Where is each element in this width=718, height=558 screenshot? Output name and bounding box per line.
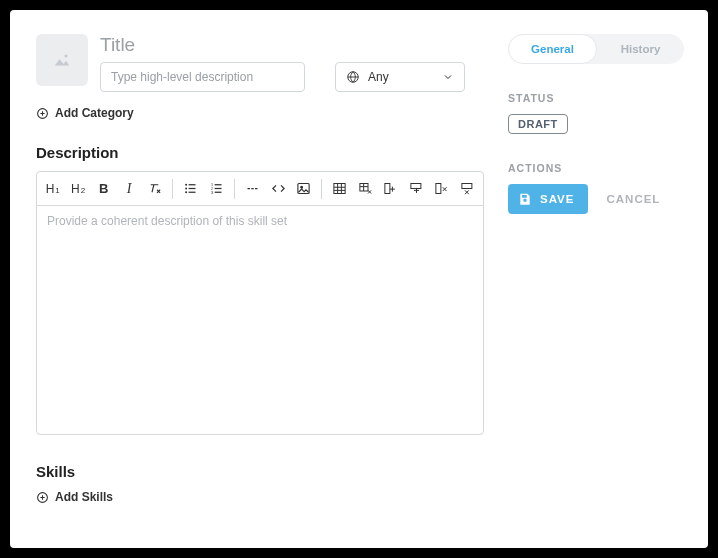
skills-section: Skills Add Skills: [36, 463, 484, 504]
delete-column-button[interactable]: [430, 176, 453, 202]
image-insert-icon: [296, 181, 311, 196]
svg-rect-11: [214, 192, 221, 193]
table-button[interactable]: [328, 176, 351, 202]
language-select[interactable]: Any: [335, 62, 465, 92]
add-row-button[interactable]: [405, 176, 428, 202]
language-value: Any: [368, 70, 389, 84]
toolbar-separator: [321, 179, 322, 199]
table-icon: [332, 181, 347, 196]
delete-table-icon: [358, 181, 373, 196]
add-skills-button[interactable]: Add Skills: [36, 490, 484, 504]
subtitle-input[interactable]: [100, 62, 305, 92]
editor-textarea[interactable]: Provide a coherent description of this s…: [37, 206, 483, 434]
add-category-label: Add Category: [55, 106, 134, 120]
code-button[interactable]: [266, 176, 289, 202]
bold-button[interactable]: B: [92, 176, 115, 202]
svg-point-3: [186, 184, 188, 186]
svg-rect-19: [385, 184, 390, 194]
delete-row-icon: [460, 181, 475, 196]
svg-rect-6: [189, 184, 196, 185]
tab-general[interactable]: General: [508, 34, 597, 64]
svg-text:3: 3: [211, 191, 213, 195]
svg-point-16: [301, 186, 303, 188]
chevron-down-icon: [442, 71, 454, 83]
globe-icon: [346, 70, 360, 84]
svg-rect-10: [214, 188, 221, 189]
italic-button[interactable]: I: [117, 176, 140, 202]
editor-toolbar: H1 H2 B I 123: [37, 172, 483, 206]
svg-rect-22: [462, 184, 472, 189]
ordered-list-icon: 123: [209, 181, 224, 196]
svg-point-4: [186, 188, 188, 190]
status-label: STATUS: [508, 92, 684, 104]
title-input[interactable]: [100, 34, 484, 56]
svg-rect-20: [411, 184, 421, 189]
svg-rect-8: [189, 192, 196, 193]
add-column-button[interactable]: [379, 176, 402, 202]
hr-icon: [245, 181, 260, 196]
bullet-list-button[interactable]: [179, 176, 202, 202]
delete-table-button[interactable]: [354, 176, 377, 202]
horizontal-rule-button[interactable]: [241, 176, 264, 202]
page-card: Any Add Category Description: [10, 10, 708, 548]
heading1-button[interactable]: H1: [41, 176, 64, 202]
rich-text-editor: H1 H2 B I 123: [36, 171, 484, 435]
header-second-row: Any: [100, 62, 484, 92]
header-fields: Any: [100, 34, 484, 92]
main-column: Any Add Category Description: [10, 10, 508, 548]
description-heading: Description: [36, 144, 484, 161]
add-row-icon: [409, 181, 424, 196]
plus-circle-icon: [36, 491, 49, 504]
toolbar-separator: [172, 179, 173, 199]
svg-rect-17: [334, 184, 345, 194]
image-icon: [52, 52, 72, 68]
actions-label: ACTIONS: [508, 162, 684, 174]
ordered-list-button[interactable]: 123: [205, 176, 228, 202]
add-skills-label: Add Skills: [55, 490, 113, 504]
add-column-icon: [383, 181, 398, 196]
delete-row-button[interactable]: [456, 176, 479, 202]
status-badge: DRAFT: [508, 114, 568, 134]
clear-format-button[interactable]: [143, 176, 166, 202]
sidebar: General History STATUS DRAFT ACTIONS SAV…: [508, 10, 708, 548]
skills-heading: Skills: [36, 463, 484, 480]
svg-rect-7: [189, 188, 196, 189]
svg-rect-15: [298, 184, 309, 194]
actions-row: SAVE CANCEL: [508, 184, 684, 214]
plus-circle-icon: [36, 107, 49, 120]
add-category-button[interactable]: Add Category: [36, 106, 484, 120]
header-row: Any: [36, 34, 484, 92]
cancel-button[interactable]: CANCEL: [606, 193, 660, 205]
image-button[interactable]: [292, 176, 315, 202]
save-icon: [518, 192, 532, 206]
sidebar-tabs: General History: [508, 34, 684, 64]
thumbnail-placeholder[interactable]: [36, 34, 88, 86]
clear-format-icon: [147, 181, 162, 196]
code-icon: [271, 181, 286, 196]
save-button[interactable]: SAVE: [508, 184, 588, 214]
toolbar-separator: [234, 179, 235, 199]
save-button-label: SAVE: [540, 193, 574, 205]
svg-rect-21: [436, 184, 441, 194]
bullet-list-icon: [183, 181, 198, 196]
svg-point-0: [64, 54, 67, 57]
heading2-button[interactable]: H2: [66, 176, 89, 202]
delete-column-icon: [434, 181, 449, 196]
tab-history[interactable]: History: [597, 34, 684, 64]
svg-rect-9: [214, 184, 221, 185]
svg-point-5: [186, 191, 188, 193]
